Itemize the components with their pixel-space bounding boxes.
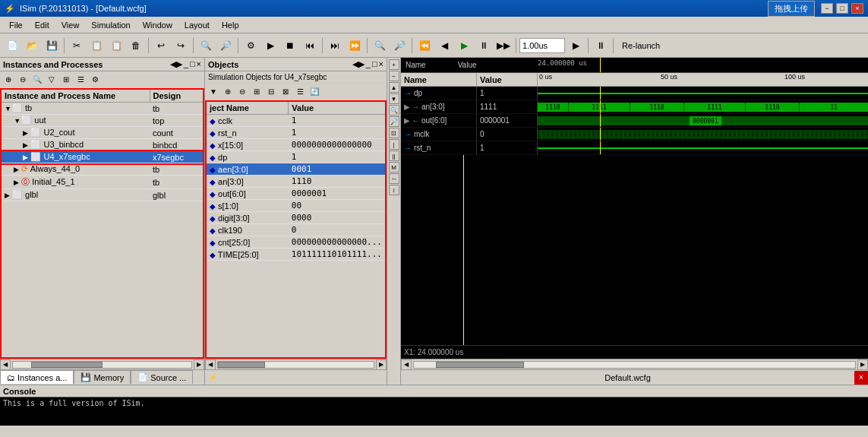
run-btn[interactable]: ▶ bbox=[261, 36, 279, 55]
wave-add-btn[interactable]: + bbox=[389, 59, 399, 70]
search-btn[interactable]: 🔍 bbox=[197, 36, 215, 55]
obj-row-clk190[interactable]: ◆ clk1900 bbox=[207, 224, 385, 236]
menu-window[interactable]: Window bbox=[137, 19, 178, 31]
inst-left-icon[interactable]: ◀▶ bbox=[170, 59, 182, 69]
inst-row-Always_44_0[interactable]: ▶⟳ Always_44_0tb bbox=[2, 163, 203, 176]
obj-row-dp[interactable]: ◆ dp1 bbox=[207, 151, 385, 163]
inst-tb-view2[interactable]: ☰ bbox=[74, 73, 87, 87]
wave-remove-btn[interactable]: − bbox=[389, 71, 399, 81]
back-btn[interactable]: ◀ bbox=[435, 36, 453, 55]
tab-memory[interactable]: 💾Memory bbox=[74, 370, 131, 384]
inst-float-icon[interactable]: □ bbox=[190, 59, 195, 69]
menu-simulation[interactable]: Simulation bbox=[85, 19, 136, 31]
inst-row-U4_x7segbc[interactable]: ▶⬜ U4_x7segbcx7segbc bbox=[2, 151, 203, 163]
wave-cursor1-btn[interactable]: | bbox=[389, 139, 399, 150]
paste-btn[interactable]: 📋 bbox=[107, 36, 125, 55]
minimize-btn[interactable]: − bbox=[821, 3, 833, 14]
obj-tb-4[interactable]: ⊞ bbox=[250, 85, 264, 99]
obj-row-TIME[25:0][interactable]: ◆ TIME[25:0]101111110101111... bbox=[207, 249, 385, 261]
menu-view[interactable]: View bbox=[55, 19, 86, 31]
find-btn[interactable]: 🔎 bbox=[216, 36, 235, 55]
stop-btn[interactable]: ⏹ bbox=[281, 36, 299, 55]
restart-btn[interactable]: ⏮ bbox=[301, 36, 319, 55]
obj-row-cclk[interactable]: ◆ cclk1 bbox=[207, 115, 385, 127]
wave-fit-btn[interactable]: ⊡ bbox=[389, 128, 399, 138]
obj-row-aen[3:0][interactable]: ◆ aen[3:0]0001 bbox=[207, 163, 385, 176]
inst-minimize-icon[interactable]: _ bbox=[184, 59, 188, 69]
wave-up-btn[interactable]: ▲ bbox=[389, 82, 399, 93]
inst-row-Initial_45_1[interactable]: ▶⓪ Initial_45_1tb bbox=[2, 176, 203, 189]
delete-btn[interactable]: 🗑 bbox=[127, 36, 145, 55]
obj-minimize-icon[interactable]: _ bbox=[366, 59, 371, 69]
menu-edit[interactable]: Edit bbox=[29, 19, 55, 31]
close-btn[interactable]: × bbox=[851, 3, 863, 14]
compile-btn[interactable]: ⚙ bbox=[241, 36, 260, 55]
obj-row-s[1:0][interactable]: ◆ s[1:0]00 bbox=[207, 200, 385, 212]
obj-scroll-left[interactable]: ◀ bbox=[205, 359, 216, 370]
time-input[interactable] bbox=[519, 38, 565, 53]
inst-tb-search[interactable]: 🔍 bbox=[30, 73, 44, 87]
redo-btn[interactable]: ↪ bbox=[172, 36, 190, 55]
tab-instances[interactable]: 🗂Instances a... bbox=[0, 370, 74, 384]
obj-tb-7[interactable]: ☰ bbox=[293, 85, 307, 99]
inst-tb-cfg[interactable]: ⚙ bbox=[88, 73, 102, 87]
step-btn[interactable]: ⏭ bbox=[326, 36, 344, 55]
inst-row-uut[interactable]: ▼⬜ uuttop bbox=[2, 115, 203, 127]
obj-scrollbar-h[interactable]: ◀ ▶ bbox=[205, 359, 387, 369]
wave-zoom-in-side[interactable]: 🔍 bbox=[389, 105, 399, 116]
wave-scroll-h-btn[interactable]: ↔ bbox=[389, 173, 399, 184]
wave-close-btn[interactable]: × bbox=[854, 371, 868, 385]
menu-file[interactable]: File bbox=[3, 19, 29, 31]
wave-scrollbar-h[interactable]: ◀ ▶ bbox=[401, 359, 868, 369]
undo-btn[interactable]: ↩ bbox=[152, 36, 170, 55]
inst-scroll-right[interactable]: ▶ bbox=[194, 359, 204, 370]
pause-btn[interactable]: ⏸ bbox=[475, 36, 493, 55]
obj-row-cnt[25:0][interactable]: ◆ cnt[25:0]000000000000000... bbox=[207, 236, 385, 249]
obj-row-digit[3:0][interactable]: ◆ digit[3:0]0000 bbox=[207, 212, 385, 224]
obj-tb-6[interactable]: ⊠ bbox=[279, 85, 292, 99]
obj-row-an[3:0][interactable]: ◆ an[3:0]1110 bbox=[207, 176, 385, 188]
menu-help[interactable]: Help bbox=[216, 19, 245, 31]
step2-btn[interactable]: ⏩ bbox=[346, 36, 364, 55]
run-time-btn[interactable]: ▶ bbox=[567, 36, 585, 55]
cut-btn[interactable]: ✂ bbox=[68, 36, 86, 55]
wave-cursor2-btn[interactable]: || bbox=[389, 150, 399, 161]
obj-tb-5[interactable]: ⊟ bbox=[264, 85, 278, 99]
inst-row-glbl[interactable]: ▶⬜ glblglbl bbox=[2, 189, 203, 201]
inst-row-U2_cout[interactable]: ▶⬜ U2_coutcount bbox=[2, 127, 203, 139]
menu-layout[interactable]: Layout bbox=[178, 19, 216, 31]
new-btn[interactable]: 📄 bbox=[3, 36, 21, 55]
wave-scroll-left[interactable]: ◀ bbox=[401, 359, 412, 370]
upload-btn[interactable]: 拖拽上传 bbox=[768, 1, 815, 17]
obj-row-x[15:0][interactable]: ◆ x[15:0]0000000000000000 bbox=[207, 139, 385, 151]
wave-scroll-v-btn[interactable]: ↕ bbox=[389, 185, 399, 195]
inst-tb-expand[interactable]: ⊕ bbox=[2, 73, 15, 87]
pause2-btn[interactable]: ⏸ bbox=[592, 36, 610, 55]
obj-close-icon[interactable]: × bbox=[379, 59, 383, 69]
play-btn[interactable]: ▶ bbox=[455, 36, 473, 55]
obj-float-icon[interactable]: □ bbox=[372, 59, 377, 69]
inst-tb-filter[interactable]: ▽ bbox=[45, 73, 58, 87]
save-btn[interactable]: 💾 bbox=[43, 36, 61, 55]
obj-tb-2[interactable]: ⊕ bbox=[221, 85, 235, 99]
inst-close-icon[interactable]: × bbox=[197, 59, 201, 69]
copy-btn[interactable]: 📋 bbox=[87, 36, 106, 55]
wave-down-btn[interactable]: ▼ bbox=[389, 93, 399, 104]
inst-tb-view1[interactable]: ⊞ bbox=[59, 73, 73, 87]
obj-tb-refresh[interactable]: 🔄 bbox=[308, 85, 321, 99]
obj-tb-1[interactable]: ▼ bbox=[207, 85, 220, 99]
rewind-btn[interactable]: ⏪ bbox=[415, 36, 434, 55]
inst-row-tb[interactable]: ▼⬜ tbtb bbox=[2, 103, 203, 115]
inst-tb-collapse[interactable]: ⊖ bbox=[16, 73, 30, 87]
obj-pin-icon[interactable]: ◀▶ bbox=[352, 59, 365, 69]
obj-row-out[6:0][interactable]: ◆ out[6:0]0000001 bbox=[207, 188, 385, 200]
inst-scroll-left[interactable]: ◀ bbox=[0, 359, 11, 370]
fwd-btn[interactable]: ▶▶ bbox=[494, 36, 513, 55]
obj-scroll-right[interactable]: ▶ bbox=[376, 359, 387, 370]
tab-source[interactable]: 📄Source ... bbox=[131, 370, 193, 384]
zoom-out-btn[interactable]: 🔎 bbox=[390, 36, 409, 55]
maximize-btn[interactable]: □ bbox=[836, 3, 848, 14]
obj-tb-3[interactable]: ⊖ bbox=[235, 85, 249, 99]
wave-scroll-right[interactable]: ▶ bbox=[857, 359, 868, 370]
inst-scrollbar-h[interactable]: ◀ ▶ bbox=[0, 359, 204, 369]
